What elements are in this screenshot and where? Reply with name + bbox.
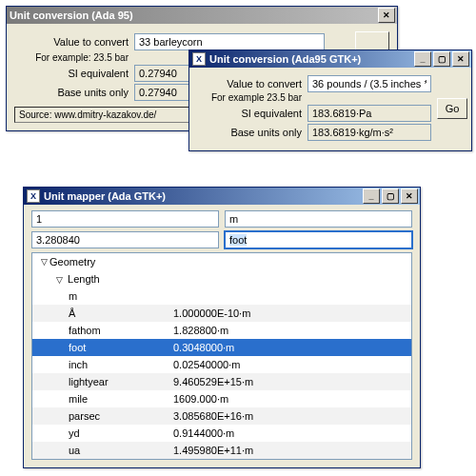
unit-value: 1.828800·m — [173, 325, 406, 336]
titlebar[interactable]: X Unit conversion (Ada95 GTK+) _ ▢ ✕ — [189, 50, 471, 68]
tree-row-lightyear[interactable]: lightyear9.460529E+15·m — [32, 373, 411, 390]
tree-subgroup-length[interactable]: ▽ Length — [32, 270, 411, 288]
input-source-unit[interactable] — [225, 210, 412, 228]
label-value: Value to convert — [14, 36, 134, 48]
window-buttons: _ ▢ ✕ — [363, 188, 418, 204]
tree-row-ua[interactable]: ua1.495980E+11·m — [32, 442, 411, 459]
tree-group-geometry[interactable]: ▽ Geometry — [32, 253, 411, 270]
app-icon: X — [192, 52, 206, 66]
tree-group-label: Geometry — [50, 256, 154, 268]
tree-row-mile[interactable]: mile1609.000·m — [32, 390, 411, 407]
unit-value: 9.460529E+15·m — [173, 376, 406, 387]
input-target-unit[interactable]: foot — [225, 231, 412, 248]
label-si: SI equivalent — [197, 108, 307, 119]
tree-subgroup-label: ▽ Length — [38, 273, 158, 285]
window-buttons: ✕ — [378, 8, 395, 23]
unit-value: 1.495980E+11·m — [173, 445, 406, 456]
unit-name: fathom — [38, 325, 173, 336]
app-icon: X — [27, 189, 40, 203]
chevron-down-icon[interactable]: ▽ — [53, 275, 65, 285]
unit-value: 1609.000·m — [173, 393, 406, 405]
output-si — [307, 105, 431, 122]
unit-value: 0.9144000·m — [173, 427, 406, 439]
close-icon[interactable]: ✕ — [401, 188, 418, 204]
unit-value: 1.000000E-10·m — [173, 307, 406, 319]
input-target-unit-text: foot — [229, 234, 247, 246]
tree-row-parsec[interactable]: parsec3.085680E+16·m — [32, 407, 411, 425]
window-title: Unit conversion (Ada95 GTK+) — [209, 53, 414, 65]
unit-name: parsec — [38, 410, 173, 422]
minimize-icon[interactable]: _ — [414, 51, 431, 67]
tree-row-m[interactable]: m — [32, 288, 411, 305]
close-icon[interactable]: ✕ — [452, 51, 469, 67]
unit-name: mile — [38, 393, 173, 405]
window-unit-mapper: X Unit mapper (Ada GTK+) _ ▢ ✕ foot ▽ Ge… — [23, 187, 421, 468]
unit-name: foot — [38, 342, 173, 353]
unit-value: 0.3048000·m — [173, 342, 406, 353]
label-example: For example: 23.5 bar — [14, 52, 134, 63]
label-base: Base units only — [197, 127, 307, 138]
maximize-icon[interactable]: ▢ — [382, 188, 399, 204]
unit-value: 3.085680E+16·m — [173, 410, 406, 422]
mapper-inputs: foot — [24, 205, 420, 252]
chevron-down-icon[interactable]: ▽ — [38, 257, 50, 267]
input-target-amount[interactable] — [31, 231, 219, 248]
minimize-icon[interactable]: _ — [363, 188, 380, 204]
unit-name: Å — [38, 307, 173, 319]
window-buttons: _ ▢ ✕ — [414, 51, 469, 67]
titlebar[interactable]: X Unit mapper (Ada GTK+) _ ▢ ✕ — [24, 188, 420, 205]
unit-name: ua — [38, 445, 173, 456]
tree-row-foot[interactable]: foot0.3048000·m — [32, 339, 411, 356]
window-unit-conversion-gtk: X Unit conversion (Ada95 GTK+) _ ▢ ✕ Val… — [188, 50, 472, 151]
output-base — [307, 124, 431, 141]
tree-row-yd[interactable]: yd0.9144000·m — [32, 425, 411, 442]
unit-value: 0.02540000·m — [173, 359, 406, 370]
go-button[interactable]: Go — [437, 98, 467, 119]
client-area: Value to convert For example 23.5 bar SI… — [189, 68, 471, 150]
window-title: Unit conversion (Ada 95) — [10, 10, 378, 21]
tree-row-Å[interactable]: Å1.000000E-10·m — [32, 305, 411, 322]
titlebar[interactable]: Unit conversion (Ada 95) ✕ — [7, 7, 397, 24]
tree-row-inch[interactable]: inch0.02540000·m — [32, 356, 411, 373]
window-title: Unit mapper (Ada GTK+) — [44, 190, 363, 202]
label-base: Base units only — [14, 87, 134, 98]
label-example: For example 23.5 bar — [197, 92, 307, 103]
unit-name: lightyear — [38, 376, 173, 387]
tree-row-fathom[interactable]: fathom1.828800·m — [32, 322, 411, 339]
unit-name: m — [38, 290, 173, 302]
label-si: SI equivalent — [14, 68, 134, 79]
close-icon[interactable]: ✕ — [378, 8, 395, 23]
label-value: Value to convert — [197, 78, 307, 89]
maximize-icon[interactable]: ▢ — [433, 51, 450, 67]
input-value[interactable] — [134, 33, 325, 50]
input-source-amount[interactable] — [31, 210, 219, 228]
unit-name: inch — [38, 359, 173, 370]
unit-name: yd — [38, 427, 173, 439]
unit-tree[interactable]: ▽ Geometry ▽ Length mÅ1.000000E-10·mfath… — [31, 252, 412, 460]
input-value[interactable] — [307, 75, 431, 92]
